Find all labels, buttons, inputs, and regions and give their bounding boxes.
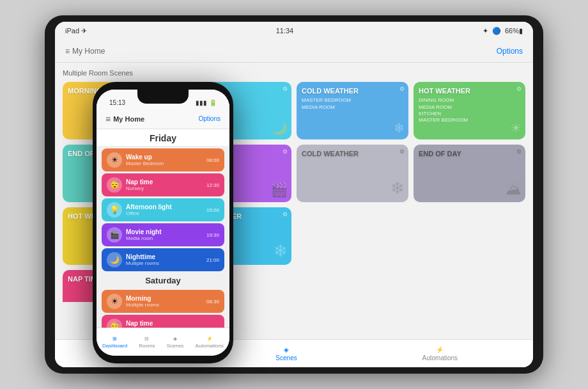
phone-status-right: ▮▮▮ 🔋 — [196, 99, 217, 106]
schedule-item-nap-time[interactable]: 😴 Nap time Nursery 12:30 — [102, 173, 224, 196]
schedule-item-nighttime[interactable]: 🌙 Nighttime Multiple rooms 21:00 — [102, 248, 224, 271]
tablet-options-button[interactable]: Options — [497, 47, 523, 56]
nap-sat-icon: 😴 — [107, 319, 122, 328]
sun-icon-hot: ☀ — [510, 120, 522, 136]
phone-tab-scenes[interactable]: ◈ Scenes — [167, 336, 184, 349]
phone-tab-rooms[interactable]: ⊟ Rooms — [139, 336, 155, 349]
phone-options-button[interactable]: Options — [199, 115, 220, 122]
phone-tabbar: ⊞ Dashboard ⊟ Rooms ◈ Scenes ⚡ Automatio… — [97, 328, 229, 356]
scene-title-cold-weather-1: COLD WEATHER — [302, 87, 403, 95]
gear-icon[interactable]: ⚙ — [399, 86, 405, 92]
movie-icon: 🎬 — [107, 227, 122, 242]
scene-card-cold-weather-2[interactable]: ⚙ COLD WEATHER ❄ — [297, 145, 408, 202]
phone-automations-icon: ⚡ — [206, 336, 213, 342]
phone-device: 15:13 ▮▮▮ 🔋 ≡ My Home Options Friday ☀ W… — [93, 82, 233, 363]
morning-icon: ☀ — [107, 294, 122, 309]
scene-title-cold-weather-2: COLD WEATHER — [302, 150, 403, 158]
wake-up-icon: ☀ — [107, 152, 122, 168]
app-scene: iPad ✈ 11:34 ✦ 🔵 66%▮ ≡ My Home Options … — [0, 0, 588, 389]
phone-schedule-friday: ☀ Wake up Master Bedroom 08:00 😴 Nap tim… — [97, 147, 229, 328]
gear-icon[interactable]: ⚙ — [282, 211, 288, 218]
schedule-info-morning-sat: Morning Multiple rooms — [126, 295, 203, 308]
schedule-item-afternoon[interactable]: 💡 Afternoon light Office 15:00 — [102, 198, 224, 221]
hamburger-icon: ≡ — [65, 47, 70, 56]
schedule-info-nap: Nap time Nursery — [126, 179, 203, 191]
scene-rooms-hot-1: DINING ROOMMEDIA ROOMKITCHENMASTER BEDRO… — [419, 97, 520, 124]
tablet-status-center: 11:34 — [276, 27, 294, 35]
tablet-home-title: My Home — [72, 47, 105, 56]
schedule-item-movie-night[interactable]: 🎬 Movie night Media room 19:30 — [102, 223, 224, 246]
friday-header: Friday — [97, 129, 229, 147]
phone-navbar: ≡ My Home Options — [97, 109, 229, 129]
phone-notch — [137, 90, 189, 104]
gear-icon[interactable]: ⚙ — [282, 148, 288, 155]
scene-title-end-of-day-2: END OF DAY — [419, 150, 520, 158]
scene-title-hot-weather-1: HOT WEATHER — [419, 87, 520, 95]
phone-tab-automations[interactable]: ⚡ Automations — [195, 336, 223, 349]
gear-icon[interactable]: ⚙ — [399, 148, 405, 155]
scene-card-end-of-day-2[interactable]: ⚙ END OF DAY ⛰ — [414, 145, 525, 202]
gear-icon[interactable]: ⚙ — [516, 86, 522, 92]
schedule-info-nighttime: Nighttime Multiple rooms — [126, 253, 203, 266]
phone-tab-dashboard[interactable]: ⊞ Dashboard — [102, 336, 127, 349]
gear-icon[interactable]: ⚙ — [282, 86, 288, 92]
snowflake-icon: ❄ — [394, 120, 405, 136]
nap-icon: 😴 — [107, 177, 122, 193]
phone-navbar-left[interactable]: ≡ My Home — [105, 114, 144, 124]
phone-hamburger-icon: ≡ — [105, 114, 111, 124]
tab-automations[interactable]: ⚡ Automations — [422, 346, 458, 361]
schedule-info-nap-sat: Nap time Nursery — [126, 320, 219, 328]
tablet-section-title: Multiple Room Scenes — [63, 69, 525, 77]
tablet-status-left: iPad ✈ — [65, 27, 87, 35]
phone-rooms-icon: ⊟ — [144, 336, 149, 342]
film-icon: 🎬 — [270, 182, 288, 198]
scene-card-cold-weather-1[interactable]: ⚙ COLD WEATHER MASTER BEDROOMMEDIA ROOM … — [297, 82, 408, 139]
schedule-info-afternoon: Afternoon light Office — [126, 203, 203, 216]
tab-scenes[interactable]: ◈ Scenes — [275, 346, 297, 361]
dashboard-icon: ⊞ — [112, 336, 117, 342]
snowflake-icon-blue: ❄ — [274, 241, 288, 261]
phone-home-title: My Home — [113, 115, 144, 123]
scene-rooms-cold-1: MASTER BEDROOMMEDIA ROOM — [302, 97, 403, 111]
phone-scenes-icon: ◈ — [173, 336, 177, 342]
scene-card-hot-weather-1[interactable]: ⚙ HOT WEATHER DINING ROOMMEDIA ROOMKITCH… — [414, 82, 525, 139]
mountain-icon: ⛰ — [506, 180, 522, 198]
schedule-item-nap-sat[interactable]: 😴 Nap time Nursery — [102, 315, 224, 328]
moon-icon: 🌙 — [272, 120, 288, 136]
scenes-icon: ◈ — [284, 346, 289, 353]
schedule-info-wake-up: Wake up Master Bedroom — [126, 154, 203, 166]
night-icon: 🌙 — [107, 252, 122, 267]
schedule-item-wake-up[interactable]: ☀ Wake up Master Bedroom 08:00 — [102, 148, 224, 171]
phone-status-time: 15:13 — [109, 99, 125, 106]
phone-screen: 15:13 ▮▮▮ 🔋 ≡ My Home Options Friday ☀ W… — [97, 90, 229, 356]
schedule-item-morning-sat[interactable]: ☀ Morning Multiple rooms 08:30 — [102, 290, 224, 313]
saturday-header: Saturday — [97, 273, 229, 288]
automations-icon: ⚡ — [436, 346, 444, 353]
snowflake-icon-gray: ❄ — [391, 179, 405, 198]
tablet-statusbar: iPad ✈ 11:34 ✦ 🔵 66%▮ — [55, 22, 533, 40]
tablet-status-right: ✦ 🔵 66%▮ — [483, 27, 523, 35]
light-icon: 💡 — [107, 202, 122, 218]
schedule-info-movie: Movie night Media room — [126, 228, 203, 241]
tablet-navbar-menu[interactable]: ≡ My Home — [65, 47, 105, 56]
gear-icon[interactable]: ⚙ — [516, 148, 522, 155]
tablet-navbar: ≡ My Home Options — [55, 40, 533, 63]
